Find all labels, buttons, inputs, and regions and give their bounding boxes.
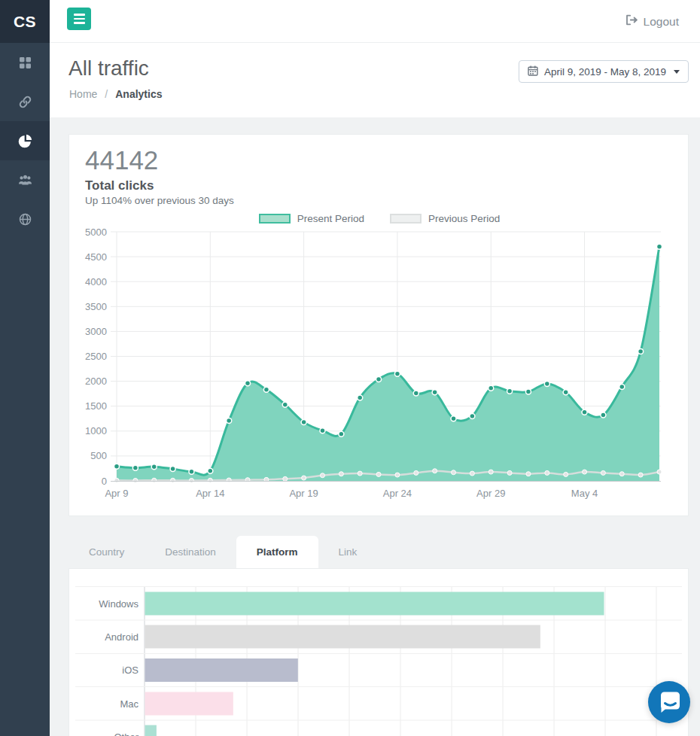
svg-text:May 4: May 4	[571, 488, 598, 499]
grid-icon	[19, 56, 32, 69]
calendar-icon	[528, 65, 538, 78]
date-range-label: April 9, 2019 - May 8, 2019	[544, 66, 666, 78]
svg-text:4000: 4000	[85, 276, 107, 287]
sidebar-item-world[interactable]	[0, 199, 50, 239]
analytics-dashboard: CS	[0, 0, 700, 736]
hamburger-menu-button[interactable]	[67, 8, 91, 30]
sidebar-item-users[interactable]	[0, 160, 50, 199]
tab-country[interactable]: Country	[68, 536, 145, 568]
logout-link[interactable]: Logout	[625, 0, 679, 43]
link-icon	[19, 96, 32, 108]
tab-destination[interactable]: Destination	[145, 536, 236, 568]
content: 44142 Total clicks Up 1104% over previou…	[50, 117, 700, 736]
svg-text:Android: Android	[105, 631, 138, 643]
globe-icon	[19, 213, 32, 226]
svg-text:Apr 14: Apr 14	[196, 488, 224, 499]
logout-label: Logout	[644, 15, 679, 29]
svg-text:3000: 3000	[85, 326, 107, 337]
tab-platform[interactable]: Platform	[236, 536, 318, 568]
sidebar-item-analytics[interactable]	[0, 121, 50, 160]
svg-text:Other: Other	[114, 731, 138, 736]
svg-text:Apr 24: Apr 24	[383, 488, 412, 499]
traffic-card: 44142 Total clicks Up 1104% over previou…	[68, 134, 689, 516]
svg-text:2500: 2500	[85, 351, 107, 362]
svg-text:1000: 1000	[85, 425, 107, 436]
breadcrumb-home-link[interactable]: Home	[69, 88, 97, 100]
svg-text:iOS: iOS	[122, 665, 138, 676]
tab-link[interactable]: Link	[318, 536, 378, 568]
date-range-picker-button[interactable]: April 9, 2019 - May 8, 2019	[519, 60, 689, 83]
chat-widget-button[interactable]	[648, 681, 690, 723]
chat-bubble-icon	[648, 681, 690, 723]
tab-bar: Country Destination Platform Link	[68, 536, 377, 568]
users-icon	[18, 174, 32, 187]
platform-card: WindowsAndroidiOSMacOther	[68, 568, 689, 736]
page-header: All traffic Home / Analytics Apri	[50, 43, 700, 117]
sidebar: CS	[0, 0, 50, 736]
logo[interactable]: CS	[0, 0, 50, 43]
sign-out-icon	[625, 14, 638, 29]
svg-text:5000: 5000	[85, 227, 107, 238]
svg-text:2000: 2000	[85, 376, 107, 387]
pie-chart-icon	[18, 134, 32, 148]
breadcrumb-current: Analytics	[115, 88, 162, 100]
logo-text: CS	[14, 13, 36, 31]
page-title: All traffic	[68, 56, 149, 81]
traffic-area-chart: 0500100015002000250030003500400045005000…	[69, 135, 688, 516]
svg-text:500: 500	[90, 450, 107, 461]
breadcrumb-separator: /	[105, 88, 108, 100]
svg-text:Apr 29: Apr 29	[476, 488, 505, 499]
svg-text:1500: 1500	[85, 400, 107, 412]
svg-text:4500: 4500	[85, 251, 107, 263]
topbar: Logout	[50, 0, 700, 43]
svg-text:Mac: Mac	[120, 698, 138, 710]
svg-text:Apr 19: Apr 19	[289, 488, 318, 499]
svg-text:Apr 9: Apr 9	[105, 488, 128, 499]
svg-text:3500: 3500	[85, 301, 107, 312]
sidebar-item-links[interactable]	[0, 82, 50, 121]
svg-text:Windows: Windows	[99, 598, 138, 610]
svg-text:0: 0	[102, 476, 107, 487]
sidebar-item-dashboard[interactable]	[0, 43, 50, 82]
chevron-down-icon	[674, 70, 680, 74]
breadcrumb: Home / Analytics	[69, 88, 163, 100]
platform-bar-chart: WindowsAndroidiOSMacOther	[69, 569, 688, 736]
